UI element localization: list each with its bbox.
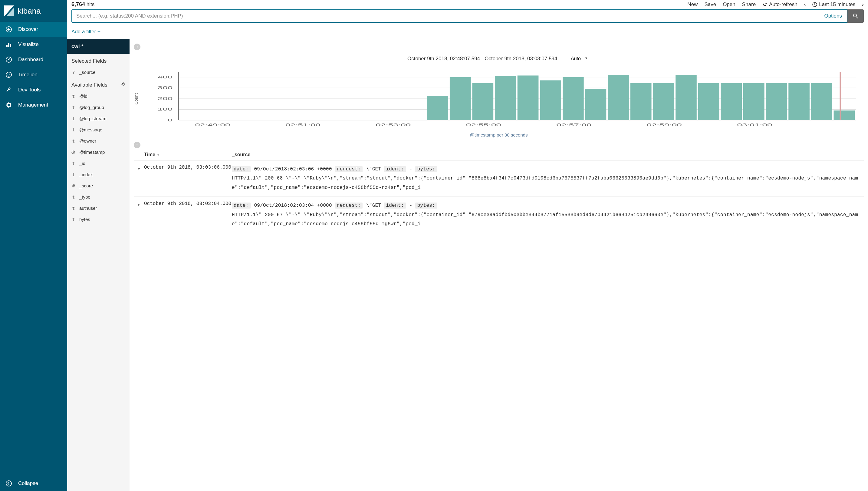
field-_index[interactable]: t_index	[67, 169, 129, 180]
svg-text:02:55:00: 02:55:00	[466, 123, 501, 127]
time-range-button[interactable]: Last 15 minutes	[812, 1, 855, 7]
field-@owner[interactable]: t@owner	[67, 135, 129, 146]
search-input[interactable]	[72, 10, 819, 22]
kv-key: ident:	[384, 166, 406, 172]
topbar: 6,764 hits New Save Open Share Auto-refr…	[67, 0, 868, 7]
col-time-header[interactable]: Time ▼	[144, 152, 232, 157]
share-button[interactable]: Share	[742, 1, 756, 7]
new-button[interactable]: New	[687, 1, 698, 7]
face-icon	[5, 71, 12, 78]
svg-rect-41	[811, 83, 832, 120]
svg-text:300: 300	[158, 86, 173, 90]
nav-item-dev-tools[interactable]: Dev Tools	[0, 82, 67, 97]
svg-rect-27	[495, 76, 516, 120]
kv-key: bytes:	[415, 166, 437, 172]
open-button[interactable]: Open	[723, 1, 736, 7]
search-button[interactable]	[847, 9, 864, 23]
field-authuser[interactable]: tauthuser	[67, 203, 129, 214]
svg-rect-29	[540, 80, 561, 120]
field-type-icon: t	[71, 116, 76, 121]
svg-point-11	[854, 14, 857, 17]
svg-text:02:51:00: 02:51:00	[286, 123, 321, 127]
svg-rect-26	[473, 83, 493, 120]
available-fields-title: Available Fields	[67, 78, 129, 90]
hits-count: 6,764 hits	[71, 1, 94, 7]
kv-key: ident:	[384, 203, 406, 208]
field-type-icon: t	[71, 217, 76, 222]
field-type-icon: t	[71, 139, 76, 143]
svg-text:200: 200	[158, 96, 173, 101]
field-_score[interactable]: #_score	[67, 180, 129, 191]
svg-text:0: 0	[168, 118, 173, 122]
time-prev-icon[interactable]: ‹	[804, 1, 806, 7]
field-_id[interactable]: t_id	[67, 158, 129, 169]
gear-icon	[5, 102, 12, 108]
field-@log_group[interactable]: t@log_group	[67, 102, 129, 113]
scroll-top-icon[interactable]: ⌃	[134, 142, 141, 148]
svg-point-7	[7, 74, 8, 75]
interval-select[interactable]: Auto	[567, 54, 590, 63]
kv-key: date:	[232, 203, 250, 208]
svg-point-8	[9, 74, 10, 75]
field-@message[interactable]: t@message	[67, 124, 129, 135]
search-icon	[853, 13, 858, 19]
svg-rect-33	[630, 83, 652, 120]
main-content: 6,764 hits New Save Open Share Auto-refr…	[67, 0, 868, 491]
svg-rect-40	[788, 83, 810, 120]
svg-text:03:01:00: 03:01:00	[737, 123, 772, 127]
sidebar: kibana DiscoverVisualizeDashboardTimelio…	[0, 0, 67, 491]
bar-chart-icon	[5, 41, 12, 48]
compass-icon	[5, 26, 12, 33]
svg-rect-42	[834, 111, 855, 120]
field-@timestamp[interactable]: @timestamp	[67, 146, 129, 158]
field-_type[interactable]: t_type	[67, 191, 129, 203]
add-filter-button[interactable]: Add a filter +	[71, 29, 100, 34]
time-next-icon[interactable]: ›	[862, 1, 864, 7]
clock-icon	[812, 2, 817, 7]
field-type-icon: t	[71, 161, 76, 166]
nav-item-dashboard[interactable]: Dashboard	[0, 52, 67, 67]
svg-rect-36	[698, 83, 719, 120]
expand-row-icon[interactable]: ▸	[134, 165, 144, 192]
kibana-logo-icon	[4, 5, 14, 16]
col-source-header[interactable]: _source	[232, 152, 864, 157]
svg-point-6	[6, 72, 11, 78]
field-type-icon	[71, 150, 76, 154]
doc-row: ▸October 9th 2018, 03:03:06.000date: 09/…	[134, 161, 864, 197]
filter-bar: Add a filter +	[67, 26, 868, 39]
sort-caret-icon: ▼	[156, 152, 160, 157]
collapse-sidebar[interactable]: Collapse	[0, 476, 67, 491]
field-_source[interactable]: ?_source	[67, 66, 129, 78]
svg-rect-39	[766, 83, 787, 120]
field-@log_stream[interactable]: t@log_stream	[67, 113, 129, 124]
expand-row-icon[interactable]: ▸	[134, 201, 144, 229]
fields-settings-icon[interactable]	[121, 82, 125, 86]
nav-item-management[interactable]: Management	[0, 97, 67, 113]
field-@id[interactable]: t@id	[67, 90, 129, 102]
index-pattern-selector[interactable]: cwl-*	[67, 39, 129, 54]
svg-text:02:57:00: 02:57:00	[556, 123, 591, 127]
y-axis-label: Count	[134, 93, 139, 105]
nav-item-visualize[interactable]: Visualize	[0, 37, 67, 52]
svg-rect-38	[743, 83, 765, 120]
auto-refresh-button[interactable]: Auto-refresh	[762, 1, 798, 7]
field-bytes[interactable]: tbytes	[67, 214, 129, 225]
svg-text:100: 100	[158, 107, 173, 111]
svg-point-9	[6, 481, 11, 486]
histogram-header: October 9th 2018, 02:48:07.594 - October…	[134, 52, 864, 66]
chart-svg[interactable]: 010020030040002:49:0002:51:0002:53:0002:…	[141, 69, 864, 129]
histogram-chart: Count 010020030040002:49:0002:51:0002:53…	[134, 66, 864, 132]
nav-item-discover[interactable]: Discover	[0, 22, 67, 37]
svg-rect-28	[517, 76, 539, 120]
logo[interactable]: kibana	[0, 0, 67, 22]
nav-item-timelion[interactable]: Timelion	[0, 67, 67, 82]
svg-rect-1	[6, 45, 7, 47]
collapse-histogram-icon[interactable]: ‹	[134, 44, 141, 50]
save-button[interactable]: Save	[704, 1, 716, 7]
search-options[interactable]: Options	[819, 10, 847, 22]
doc-source: date: 09/Oct/2018:02:03:06 +0000 request…	[232, 165, 864, 192]
wrench-icon	[5, 87, 12, 93]
doc-source: date: 09/Oct/2018:02:03:04 +0000 request…	[232, 201, 864, 229]
collapse-icon	[5, 480, 12, 487]
svg-rect-30	[563, 77, 584, 120]
